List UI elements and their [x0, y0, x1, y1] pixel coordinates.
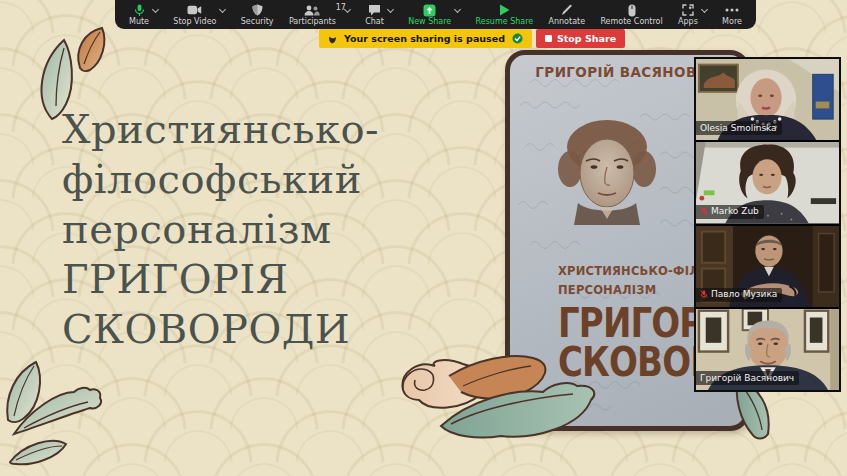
video-tile-olesia-smolinska[interactable]: Olesia Smolinska — [696, 59, 839, 142]
shield-icon — [252, 4, 263, 17]
participants-video-panel: Olesia Smolinska — [694, 57, 841, 392]
toolbar-item-label: Mute — [129, 18, 149, 26]
resume-share-button[interactable]: Resume Share — [476, 4, 534, 26]
participant-name: Павло Музика — [711, 290, 777, 299]
toolbar-item-label: Chat — [365, 18, 384, 26]
pencil-icon — [561, 4, 573, 17]
share-status-bar: Your screen sharing is paused Stop Share — [319, 29, 625, 48]
decorative-leaves-bottom-left — [0, 358, 140, 476]
chevron-icon[interactable] — [387, 5, 394, 12]
chevron-icon[interactable] — [219, 5, 226, 12]
slide-title-line: СКОВОРОДИ — [62, 304, 442, 354]
toolbar-item-label: New Share — [408, 18, 451, 26]
share-screen-icon — [423, 4, 436, 17]
participant-name-label: Павло Музика — [696, 288, 782, 302]
meeting-toolbar: Mute Stop Video Security — [115, 0, 756, 29]
mute-button[interactable]: Mute — [129, 4, 149, 26]
ellipsis-icon — [725, 4, 739, 17]
mouse-icon — [628, 4, 636, 17]
chevron-icon[interactable] — [152, 5, 159, 12]
annotate-button[interactable]: Annotate — [549, 4, 586, 26]
muted-microphone-icon — [700, 207, 708, 216]
toolbar-item-label: Apps — [678, 18, 698, 26]
apps-icon — [682, 4, 694, 17]
participant-name: Григорій Васянович — [700, 374, 794, 383]
toolbar-item-label: Stop Video — [173, 18, 216, 26]
play-icon — [499, 4, 510, 17]
toolbar-item-label: Participants — [289, 18, 336, 26]
participants-button[interactable]: Participants 17 — [289, 4, 336, 26]
slide-title: Християнсько- філософський персоналізм Г… — [62, 104, 442, 354]
participants-icon — [304, 4, 320, 17]
toolbar-item-label: Remote Control — [600, 18, 662, 26]
video-tile-pavlo-muzyka[interactable]: Павло Музика — [696, 226, 839, 309]
security-button[interactable]: Security — [241, 4, 274, 26]
remote-control-button[interactable]: Remote Control — [600, 4, 662, 26]
toolbar-item-label: Security — [241, 18, 274, 26]
participant-name-label: Григорій Васянович — [696, 371, 799, 385]
video-tile-hryhorii-vasianovych[interactable]: Григорій Васянович — [696, 309, 839, 390]
slide-title-line: ГРИГОРІЯ — [62, 254, 442, 304]
slide-title-line: філософський — [62, 154, 442, 204]
stop-share-button[interactable]: Stop Share — [536, 29, 625, 48]
share-paused-message: Your screen sharing is paused — [344, 33, 505, 44]
checkmark-icon[interactable] — [512, 33, 523, 44]
book-subtitle-line2: ПЕРСОНАЛІЗМ — [558, 283, 656, 297]
muted-microphone-icon — [700, 290, 708, 299]
new-share-button[interactable]: New Share — [408, 4, 451, 26]
chat-icon — [368, 4, 381, 17]
skovoroda-portrait — [548, 107, 666, 229]
camera-icon — [187, 4, 202, 17]
zoom-meeting-window: Християнсько- філософський персоналізм Г… — [0, 0, 847, 476]
stop-icon — [545, 35, 552, 42]
participant-name: Marko Zub — [711, 207, 759, 216]
participant-name: Olesia Smolinska — [700, 124, 777, 133]
share-paused-banner: Your screen sharing is paused — [319, 29, 532, 48]
toolbar-item-label: Annotate — [549, 18, 586, 26]
chat-button[interactable]: Chat — [365, 4, 384, 26]
participant-name-label: Marko Zub — [696, 205, 764, 219]
toolbar-item-label: Resume Share — [476, 18, 534, 26]
apps-button[interactable]: Apps — [678, 4, 698, 26]
toolbar-item-label: More — [722, 18, 742, 26]
slide-title-line: персоналізм — [62, 204, 442, 254]
more-button[interactable]: More — [722, 4, 742, 26]
video-tile-marko-zub[interactable]: Marko Zub — [696, 142, 839, 225]
slide-title-line: Християнсько- — [62, 104, 442, 154]
participant-name-label: Olesia Smolinska — [696, 121, 782, 135]
stop-video-button[interactable]: Stop Video — [173, 4, 216, 26]
chevron-icon[interactable] — [454, 5, 461, 12]
stop-share-label: Stop Share — [557, 33, 616, 44]
share-paused-icon — [328, 34, 337, 44]
chevron-icon[interactable] — [701, 5, 708, 12]
microphone-icon — [134, 4, 145, 17]
